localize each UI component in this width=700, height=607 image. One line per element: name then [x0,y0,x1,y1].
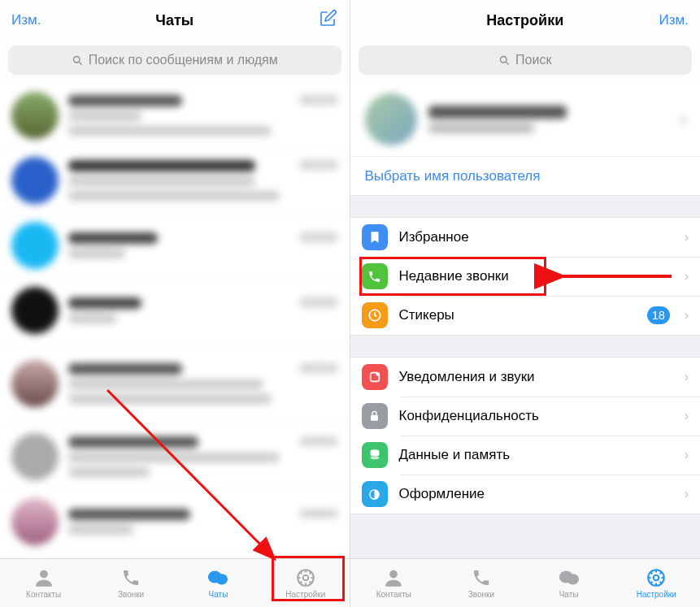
edit-button[interactable]: Изм. [659,12,689,28]
appearance-icon [362,481,388,507]
svg-point-1 [40,570,48,579]
tab-settings[interactable]: Настройки [612,559,700,607]
chat-list [0,83,350,558]
appearance-label: Оформление [399,486,673,502]
svg-point-8 [501,56,507,63]
svg-point-5 [303,575,309,581]
privacy-cell[interactable]: Конфиденциальность › [350,397,701,436]
data-cell[interactable]: Данные и память › [350,436,701,475]
chats-icon [558,567,580,588]
svg-point-14 [370,453,379,456]
chevron-right-icon: › [685,487,689,501]
settings-icon [645,567,667,588]
tab-settings-label: Настройки [637,590,676,599]
recent-calls-label: Недавние звонки [399,268,673,284]
choose-username-label: Выбрать имя пользователя [365,168,541,184]
chevron-right-icon: › [681,112,685,127]
settings-tabbar: Контакты Звонки Чаты Настройки [350,558,701,607]
chevron-right-icon: › [685,448,689,462]
chats-title: Чаты [155,12,193,29]
svg-point-3 [216,574,228,584]
tab-chats-label: Чаты [559,590,579,599]
chevron-right-icon: › [685,230,689,245]
chat-row[interactable] [0,278,350,343]
svg-point-11 [376,373,379,376]
calls-icon [470,567,493,588]
svg-point-0 [73,56,80,63]
privacy-label: Конфиденциальность [399,408,673,424]
chevron-right-icon: › [685,269,689,284]
stickers-badge: 18 [647,306,670,324]
stickers-label: Стикеры [399,307,637,323]
search-placeholder: Поиск по сообщениям и людям [89,53,278,67]
settings-screen: Настройки Изм. Поиск › Выбрать имя польз… [350,0,701,607]
tab-contacts[interactable]: Контакты [350,559,438,607]
settings-scroll[interactable]: › Выбрать имя пользователя Избранное › Н… [350,83,701,558]
calls-icon [120,567,142,588]
tab-settings-label: Настройки [285,590,325,599]
profile-row[interactable]: › [350,83,701,156]
database-icon [362,442,388,468]
settings-group-1: Избранное › Недавние звонки › Стикеры 18… [350,217,701,336]
notifications-cell[interactable]: Уведомления и звуки › [350,358,701,397]
chats-tabbar: Контакты Звонки Чаты Настройки [0,558,350,607]
chat-row[interactable] [0,489,350,554]
tab-contacts-label: Контакты [376,590,411,599]
tab-chats-label: Чаты [209,590,228,599]
choose-username-row[interactable]: Выбрать имя пользователя [350,156,701,195]
settings-search-input[interactable]: Поиск [359,46,693,75]
chevron-right-icon: › [685,370,689,384]
tab-settings[interactable]: Настройки [262,559,349,607]
tab-chats[interactable]: Чаты [525,559,613,607]
svg-point-17 [389,570,398,579]
profile-block: › Выбрать имя пользователя [350,83,701,196]
lock-icon [362,403,388,429]
tab-calls-label: Звонки [468,590,494,599]
favorites-cell[interactable]: Избранное › [350,218,701,257]
chats-search-input[interactable]: Поиск по сообщениям и людям [8,46,341,75]
settings-group-2: Уведомления и звуки › Конфиденциальность… [350,357,701,514]
edit-button[interactable]: Изм. [11,12,41,28]
tab-calls[interactable]: Звонки [87,559,174,607]
search-icon [72,54,84,67]
stickers-cell[interactable]: Стикеры 18 › [350,296,701,335]
compose-icon[interactable] [318,9,337,32]
phone-icon [362,263,388,289]
svg-point-15 [370,456,379,459]
favorites-label: Избранное [399,229,673,245]
tab-chats[interactable]: Чаты [175,559,262,607]
svg-point-19 [567,574,579,584]
data-label: Данные и память [399,447,673,463]
svg-point-21 [654,575,659,581]
svg-rect-12 [371,415,378,421]
chevron-right-icon: › [685,409,689,423]
chat-row[interactable] [0,148,350,213]
contacts-icon [33,567,55,588]
chat-row[interactable] [0,213,350,278]
bookmark-icon [362,224,388,250]
settings-search-wrap: Поиск [350,41,701,83]
avatar [365,93,417,145]
settings-title: Настройки [486,12,563,29]
chat-row[interactable] [0,343,350,424]
notifications-label: Уведомления и звуки [399,369,673,385]
chevron-right-icon: › [685,308,689,323]
settings-header: Настройки Изм. [350,0,701,41]
search-icon [498,54,511,67]
tab-contacts[interactable]: Контакты [0,559,87,607]
tab-calls-label: Звонки [118,590,144,599]
chat-row[interactable] [0,424,350,489]
recent-calls-cell[interactable]: Недавние звонки › [350,257,701,296]
sticker-icon [362,302,388,328]
chats-search-wrap: Поиск по сообщениям и людям [0,41,350,83]
search-placeholder: Поиск [515,53,551,67]
tab-calls[interactable]: Звонки [437,559,525,607]
chats-header: Изм. Чаты [0,0,350,41]
tab-contacts-label: Контакты [26,590,61,599]
settings-icon [294,567,317,588]
chat-row[interactable] [0,83,350,148]
notifications-icon [362,364,388,390]
chats-icon [207,567,229,588]
chats-screen: Изм. Чаты Поиск по сообщениям и людям Ко… [0,0,350,607]
appearance-cell[interactable]: Оформление › [350,475,701,514]
